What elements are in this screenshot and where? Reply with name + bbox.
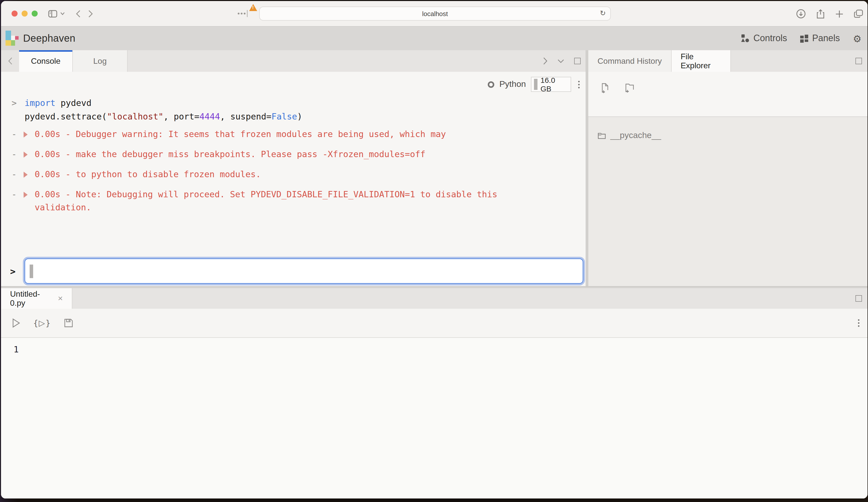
new-folder-icon[interactable] [625,83,635,93]
browser-window: localhost ↻ [1,1,868,499]
window-controls [12,11,38,17]
file-list: __pycache__ [588,117,868,286]
explorer-toolbar [588,72,868,117]
tab-log[interactable]: Log [73,50,127,72]
console-command-entry: >import pydevdpydevd.settrace("localhost… [12,96,550,124]
explorer-tabstrip: Command History File Explorer [588,50,868,72]
tabs-list-chevron-down-icon[interactable] [558,59,564,63]
new-tab-icon[interactable] [835,10,844,18]
console-tabstrip: Console Log [1,50,586,72]
panels-icon [800,34,808,42]
zoom-window-button[interactable] [32,11,38,17]
log-expand-icon[interactable] [24,192,28,198]
log-entry: -0.00s - make the debugger miss breakpoi… [12,148,550,161]
tab-console[interactable]: Console [19,50,73,72]
log-expand-icon[interactable] [24,132,28,137]
save-icon[interactable] [64,319,73,327]
new-file-icon[interactable] [600,83,609,93]
command-code-lines: >import pydevdpydevd.settrace("localhost… [12,96,550,124]
editor-tabstrip: Untitled-0.py × [1,288,868,309]
app-title: Deephaven [23,33,75,44]
panel-splitter[interactable] [586,50,588,286]
url-text: localhost [422,10,448,17]
sidebar-toggle-icon[interactable] [48,10,57,17]
line-number: 1 [13,344,868,355]
top-panels-row: Console Log [1,50,868,286]
controls-icon [741,34,750,43]
console-history: >import pydevdpydevd.settrace("localhost… [1,72,586,255]
tab-untitled-file-label: Untitled-0.py [10,290,54,307]
browser-toolbar: localhost ↻ [1,1,868,27]
warning-triangle-icon[interactable] [249,4,257,11]
editor-overflow-menu-icon[interactable] [856,317,861,329]
tab-command-history[interactable]: Command History [588,50,672,72]
folder-icon [598,132,606,139]
console-panel: Console Log [1,50,586,286]
horizontal-splitter[interactable] [1,286,868,288]
editor-toolbar: {▷} [1,309,868,338]
editor-maximize-icon[interactable] [856,295,862,302]
tabs-scroll-left-icon[interactable] [1,50,19,72]
code-editor[interactable]: 1 [1,338,868,499]
log-expand-icon[interactable] [24,172,28,178]
tab-file-explorer-label: File Explorer [681,52,721,70]
explorer-maximize-icon[interactable] [856,58,862,64]
editor-panel: Untitled-0.py × {▷} [1,288,868,499]
share-icon[interactable] [816,9,825,19]
close-window-button[interactable] [12,11,18,17]
workspace: Console Log [1,50,868,499]
run-selection-icon[interactable]: {▷} [33,318,51,328]
code-line: >import pydevd [12,96,550,110]
console-log-entries: -0.00s - Debugger warning: It seems that… [12,127,550,214]
refresh-icon[interactable]: ↻ [600,9,606,17]
tab-untitled-file[interactable]: Untitled-0.py × [1,288,72,309]
controls-label: Controls [754,33,787,44]
tab-console-label: Console [31,56,60,65]
log-entry: -0.00s - Debugger warning: It seems that… [12,127,550,140]
sidebar-chevron-down-icon[interactable] [60,12,65,15]
tab-file-explorer[interactable]: File Explorer [672,50,731,72]
log-entry: -0.00s - Note: Debugging will proceed. S… [12,188,550,214]
tab-overview-icon[interactable] [854,10,863,18]
downloads-icon[interactable] [796,9,806,19]
page-settings-icon[interactable] [237,10,248,18]
log-entry: -0.00s - to python to disable frozen mod… [12,168,550,181]
file-name: __pycache__ [610,130,661,140]
console-body: Python 16.0 GB >import pydevdpydevd.sett… [1,72,586,286]
file-explorer-panel: Command History File Explorer [588,50,868,286]
run-icon[interactable] [12,318,20,328]
controls-button[interactable]: Controls [741,33,787,44]
panels-label: Panels [812,33,840,44]
panels-button[interactable]: Panels [800,33,840,44]
console-input[interactable] [24,259,583,284]
back-button[interactable] [76,10,80,17]
app-header: Deephaven Controls Panels [1,27,868,50]
code-line: pydevd.settrace("localhost", port=4444, … [12,110,550,124]
tab-close-icon[interactable]: × [58,294,63,303]
log-expand-icon[interactable] [24,151,28,158]
desktop: localhost ↻ [0,0,868,502]
minimize-window-button[interactable] [22,11,28,17]
tab-log-label: Log [93,56,106,65]
settings-gear-icon[interactable]: ⚙ [853,33,861,44]
file-list-item[interactable]: __pycache__ [588,129,868,142]
deephaven-logo-icon [6,31,19,46]
console-prompt: > [1,266,24,276]
tabs-scroll-right-icon[interactable] [543,57,548,65]
address-bar[interactable]: localhost ↻ [259,7,611,21]
forward-button[interactable] [89,10,93,17]
console-maximize-icon[interactable] [574,58,581,64]
header-actions: Controls Panels ⚙ [741,33,861,44]
console-input-row: > [1,259,586,284]
tab-command-history-label: Command History [598,56,662,65]
console-caret [30,264,33,278]
browser-actions [796,1,863,27]
